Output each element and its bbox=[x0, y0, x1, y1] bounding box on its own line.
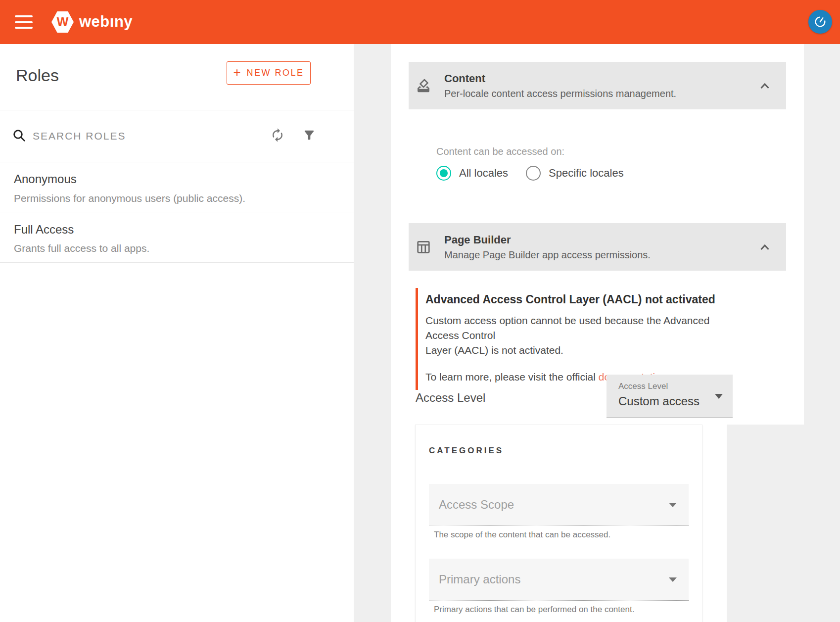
ballot-box-icon bbox=[416, 78, 431, 94]
hamburger-menu-icon[interactable] bbox=[15, 15, 33, 29]
section-title: Content bbox=[444, 72, 676, 85]
radio-label-specific-locales: Specific locales bbox=[549, 167, 624, 180]
search-icon bbox=[12, 128, 27, 143]
power-icon bbox=[811, 12, 830, 32]
section-subtitle: Manage Page Builder app access permissio… bbox=[444, 249, 651, 261]
role-name: Anonymous bbox=[14, 172, 77, 186]
role-list-item-full-access[interactable]: Full Access Grants full access to all ap… bbox=[0, 212, 354, 262]
access-level-label: Access Level bbox=[416, 391, 485, 405]
filter-icon[interactable] bbox=[302, 128, 316, 142]
section-subtitle: Per-locale content access permissions ma… bbox=[444, 88, 676, 99]
app-bar: W webıny bbox=[0, 0, 840, 44]
search-input[interactable] bbox=[33, 128, 216, 144]
accordion-header-content[interactable]: Content Per-locale content access permis… bbox=[409, 62, 786, 109]
refresh-icon[interactable] bbox=[270, 128, 285, 143]
radio-specific-locales[interactable] bbox=[526, 166, 541, 181]
role-description: Grants full access to all apps. bbox=[14, 242, 149, 254]
aacl-warning-body: Custom access option cannot be used beca… bbox=[425, 313, 742, 357]
webiny-logo-icon: W bbox=[51, 11, 74, 33]
user-avatar[interactable] bbox=[808, 10, 832, 34]
access-level-select[interactable]: Access Level Custom access bbox=[607, 375, 733, 418]
access-scope-helper: The scope of the content that can be acc… bbox=[434, 530, 610, 540]
select-placeholder: Primary actions bbox=[439, 573, 520, 586]
page-title: Roles bbox=[16, 66, 59, 85]
accordion-text: Content Per-locale content access permis… bbox=[444, 72, 676, 99]
role-description: Permissions for anonymous users (public … bbox=[14, 192, 245, 204]
primary-actions-select[interactable]: Primary actions bbox=[429, 559, 689, 601]
triangle-down-icon bbox=[669, 503, 677, 507]
plus-icon: + bbox=[233, 65, 240, 80]
accordion-header-page-builder[interactable]: Page Builder Manage Page Builder app acc… bbox=[409, 223, 786, 271]
locales-radio-group: All locales Specific locales bbox=[436, 166, 624, 181]
aacl-warning-title: Advanced Access Control Layer (AACL) not… bbox=[425, 293, 742, 306]
new-role-button[interactable]: + NEW ROLE bbox=[227, 61, 311, 85]
categories-heading: CATEGORIES bbox=[429, 446, 504, 456]
categories-card: CATEGORIES Access Scope The scope of the… bbox=[415, 425, 702, 622]
new-role-button-label: NEW ROLE bbox=[247, 68, 304, 78]
select-floating-label: Access Level bbox=[618, 382, 733, 391]
triangle-down-icon bbox=[715, 394, 723, 399]
role-name: Full Access bbox=[14, 223, 74, 237]
radio-all-locales[interactable] bbox=[436, 166, 451, 181]
access-scope-select[interactable]: Access Scope bbox=[429, 484, 689, 526]
chevron-up-icon bbox=[757, 239, 772, 254]
primary-actions-helper: Primary actions that can be performed on… bbox=[434, 605, 634, 615]
divider bbox=[0, 262, 354, 263]
roles-page: W webıny Roles + NEW ROLE Anonymous Perm… bbox=[0, 0, 840, 622]
link-prefix: To learn more, please visit the official bbox=[425, 371, 599, 383]
divider bbox=[0, 110, 354, 110]
webiny-wordmark: webıny bbox=[79, 13, 133, 31]
accordion-text: Page Builder Manage Page Builder app acc… bbox=[444, 234, 651, 261]
select-placeholder: Access Scope bbox=[439, 498, 514, 512]
section-title: Page Builder bbox=[444, 234, 651, 246]
triangle-down-icon bbox=[669, 577, 677, 582]
chevron-up-icon bbox=[757, 78, 772, 93]
radio-label-all-locales: All locales bbox=[459, 167, 508, 180]
content-access-label: Content can be accessed on: bbox=[436, 146, 564, 157]
table-columns-icon bbox=[416, 239, 431, 255]
webiny-logo-letter: W bbox=[57, 15, 69, 29]
role-list-item-anonymous[interactable]: Anonymous Permissions for anonymous user… bbox=[0, 162, 354, 212]
